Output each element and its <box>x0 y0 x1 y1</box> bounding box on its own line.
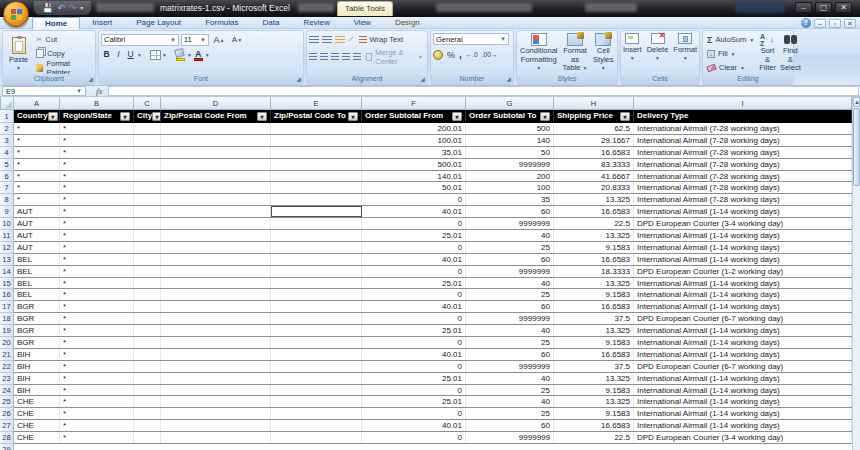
cell-B18[interactable]: * <box>60 313 134 324</box>
cell-D24[interactable] <box>161 385 271 396</box>
cell-A18[interactable]: BGR <box>14 313 60 324</box>
cell-F15[interactable]: 25.01 <box>362 278 466 289</box>
cell-H14[interactable]: 18.3333 <box>554 266 634 277</box>
align-right-icon[interactable] <box>331 53 339 61</box>
fill-button[interactable]: ↓Fill▼ <box>705 47 756 60</box>
borders-icon[interactable] <box>150 50 161 60</box>
cell-F17[interactable]: 40.01 <box>362 301 466 312</box>
cell-G3[interactable]: 140 <box>466 135 554 146</box>
format-as-table-button[interactable]: Formatas Table ▼ <box>561 33 590 73</box>
decrease-indent-icon[interactable] <box>342 53 350 61</box>
cell-G10[interactable]: 9999999 <box>466 218 554 229</box>
cell-A7[interactable]: * <box>14 182 60 193</box>
cell-H12[interactable]: 9.1583 <box>554 242 634 253</box>
cell-A9[interactable]: AUT <box>14 206 60 217</box>
column-header-C[interactable]: C <box>134 97 161 110</box>
cell-D20[interactable] <box>161 337 271 348</box>
cell-G28[interactable]: 9999999 <box>466 432 554 443</box>
cell-E13[interactable] <box>271 254 362 265</box>
cell-B2[interactable]: * <box>60 123 134 134</box>
header-cell-country[interactable]: Country▾ <box>14 110 60 122</box>
row-header-5[interactable]: 5 <box>0 159 14 171</box>
cell-F8[interactable]: 0 <box>362 194 466 205</box>
tab-page-layout[interactable]: Page Layout <box>124 17 193 29</box>
cell-F2[interactable]: 200.01 <box>362 123 466 134</box>
row-header-20[interactable]: 20 <box>0 337 14 349</box>
align-middle-icon[interactable] <box>322 36 332 44</box>
cell-A11[interactable]: AUT <box>14 230 60 241</box>
undo-icon[interactable]: ↶ <box>57 2 65 14</box>
close-button[interactable]: ✕ <box>835 2 852 13</box>
cell-D8[interactable] <box>161 194 271 205</box>
font-name-select[interactable]: Calibri▼ <box>101 34 179 46</box>
align-center-icon[interactable] <box>320 53 328 61</box>
increase-decimal-icon[interactable]: ←.0 <box>466 51 478 58</box>
cell-B11[interactable]: * <box>60 230 134 241</box>
name-box[interactable]: E9▼ <box>2 86 86 96</box>
cell-C3[interactable] <box>134 135 161 146</box>
row-header-17[interactable]: 17 <box>0 301 14 313</box>
cell-F28[interactable]: 0 <box>362 432 466 443</box>
cell-G19[interactable]: 40 <box>466 325 554 336</box>
merge-center-button[interactable]: Merge & Center▼ <box>364 50 425 63</box>
cell-I9[interactable]: International Airmail (1-14 working days… <box>634 206 852 217</box>
cell-H3[interactable]: 29.1667 <box>554 135 634 146</box>
cell-F12[interactable]: 0 <box>362 242 466 253</box>
column-header-B[interactable]: B <box>60 97 134 110</box>
tab-formulas[interactable]: Formulas <box>193 17 250 29</box>
column-header-E[interactable]: E <box>271 97 362 110</box>
workbook-close-button[interactable]: ✕ <box>844 19 856 28</box>
header-cell-city[interactable]: City▾ <box>134 110 161 122</box>
cell-G27[interactable]: 60 <box>466 420 554 431</box>
qat-dropdown-icon[interactable]: ▾ <box>80 2 83 14</box>
cell-G9[interactable]: 60 <box>466 206 554 217</box>
cell-F26[interactable]: 0 <box>362 408 466 419</box>
cell-B23[interactable]: * <box>60 373 134 384</box>
header-cell-shipping-price[interactable]: Shipping Price▾ <box>554 110 634 122</box>
row-header-26[interactable]: 26 <box>0 408 14 420</box>
tab-design[interactable]: Design <box>383 17 432 29</box>
cell-H22[interactable]: 37.5 <box>554 361 634 372</box>
cell-E22[interactable] <box>271 361 362 372</box>
cell-B14[interactable]: * <box>60 266 134 277</box>
cell-E27[interactable] <box>271 420 362 431</box>
row-header-16[interactable]: 16 <box>0 289 14 301</box>
row-header-7[interactable]: 7 <box>0 182 14 194</box>
cell-F22[interactable]: 0 <box>362 361 466 372</box>
cell-B26[interactable]: * <box>60 408 134 419</box>
cell-D13[interactable] <box>161 254 271 265</box>
cell-F7[interactable]: 50.01 <box>362 182 466 193</box>
font-dialog-launcher-icon[interactable]: ◢ <box>295 76 302 83</box>
row-header-6[interactable]: 6 <box>0 171 14 183</box>
cell-styles-button[interactable]: CellStyles ▼ <box>592 33 615 73</box>
clipboard-dialog-launcher-icon[interactable]: ◢ <box>87 76 94 83</box>
row-header-27[interactable]: 27 <box>0 420 14 432</box>
cell-E5[interactable] <box>271 159 362 170</box>
format-painter-button[interactable]: Format Painter <box>34 61 93 74</box>
cell-H23[interactable]: 13.325 <box>554 373 634 384</box>
orientation-icon[interactable]: ⟋ <box>348 35 354 45</box>
cell-A25[interactable]: CHE <box>14 396 60 407</box>
cell-B13[interactable]: * <box>60 254 134 265</box>
cell-A23[interactable]: BIH <box>14 373 60 384</box>
row-header-14[interactable]: 14 <box>0 266 14 278</box>
cell-I15[interactable]: International Airmail (1-14 working days… <box>634 278 852 289</box>
cell-A6[interactable]: * <box>14 171 60 182</box>
filter-dropdown-icon[interactable]: ▾ <box>152 112 161 121</box>
cell-A22[interactable]: BIH <box>14 361 60 372</box>
cell-E26[interactable] <box>271 408 362 419</box>
column-header-H[interactable]: H <box>554 97 634 110</box>
cell-A14[interactable]: BEL <box>14 266 60 277</box>
cell-I27[interactable]: International Airmail (1-14 working days… <box>634 420 852 431</box>
fill-color-icon[interactable] <box>175 49 186 61</box>
cell-A5[interactable]: * <box>14 159 60 170</box>
cell-D22[interactable] <box>161 361 271 372</box>
cell-B12[interactable]: * <box>60 242 134 253</box>
row-header-3[interactable]: 3 <box>0 135 14 147</box>
conditional-formatting-button[interactable]: ConditionalFormatting ▼ <box>519 33 559 73</box>
cell-E19[interactable] <box>271 325 362 336</box>
cell-E15[interactable] <box>271 278 362 289</box>
header-cell-order-subtotal-to[interactable]: Order Subtotal To▾ <box>466 110 554 122</box>
row-header-18[interactable]: 18 <box>0 313 14 325</box>
vertical-scrollbar[interactable]: ▲ <box>852 97 860 450</box>
